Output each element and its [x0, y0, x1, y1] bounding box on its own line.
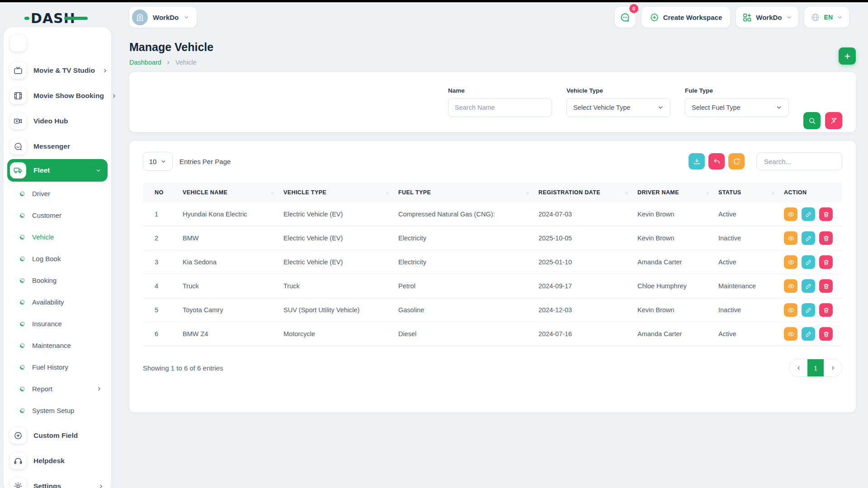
sidebar-item-customer[interactable]: Customer: [4, 204, 111, 226]
sidebar-item-system-setup[interactable]: System Setup: [4, 399, 111, 421]
pencil-icon: [805, 235, 812, 242]
name-search-input[interactable]: [448, 98, 552, 117]
add-vehicle-button[interactable]: [839, 47, 856, 65]
chevron-right-icon: [102, 68, 108, 74]
sidebar-item-report[interactable]: Report: [4, 378, 111, 399]
column-header-registration-date[interactable]: REGISTRATION DATE↑↓: [538, 189, 637, 196]
undo-icon: [713, 158, 721, 165]
edit-button[interactable]: [802, 255, 815, 269]
workspace-avatar: [132, 9, 148, 25]
dash-logo: DASH: [31, 10, 99, 26]
sidebar-item-driver[interactable]: Driver: [4, 183, 111, 204]
table-search-input[interactable]: [756, 152, 842, 170]
topbar: DASH WorkDo 0 Create Workspace WorkDo: [0, 2, 868, 32]
video-camera-icon: [14, 117, 23, 126]
view-button[interactable]: [784, 303, 797, 317]
search-icon: [808, 117, 816, 125]
sidebar-item-movie-tv-studio[interactable]: Movie & TV Studio: [4, 58, 111, 83]
row-actions: [784, 303, 842, 317]
delete-button[interactable]: [819, 255, 833, 269]
row-status: Active: [718, 330, 784, 338]
sidebar-item-helpdesk[interactable]: Helpdesk: [4, 448, 111, 474]
row-vehicle-name: Toyota Camry: [183, 306, 283, 314]
create-workspace-label: Create Workspace: [663, 14, 722, 21]
row-no: 6: [155, 330, 183, 338]
sidebar-item-log-book[interactable]: Log Book: [4, 248, 111, 269]
language-selector[interactable]: EN: [804, 7, 849, 28]
column-header-status[interactable]: STATUS↑↓: [718, 189, 784, 196]
apply-filter-button[interactable]: [803, 112, 821, 129]
trash-icon: [823, 331, 830, 338]
current-page[interactable]: 1: [807, 359, 824, 377]
edit-button[interactable]: [802, 303, 815, 317]
workspace-selector[interactable]: WorkDo: [129, 7, 197, 28]
sidebar-item-custom-field[interactable]: Custom Field: [4, 423, 111, 448]
logo-dash-accent: [24, 17, 29, 20]
workspace-name: WorkDo: [153, 14, 179, 21]
create-workspace-button[interactable]: Create Workspace: [642, 7, 731, 28]
app-screen: DASH WorkDo 0 Create Workspace WorkDo: [0, 0, 868, 488]
sidebar-item-fleet[interactable]: Fleet: [7, 159, 108, 182]
clear-filter-button[interactable]: [825, 112, 842, 129]
delete-button[interactable]: [819, 207, 833, 221]
plus-icon: [844, 52, 851, 60]
export-button[interactable]: [689, 153, 705, 169]
column-header-vehicle-name[interactable]: VEHICLE NAME↑↓: [183, 189, 283, 196]
column-header-vehicle-type[interactable]: VEHICLE TYPE↑↓: [283, 189, 398, 196]
delete-button[interactable]: [819, 279, 833, 293]
chevron-down-icon: [657, 104, 664, 111]
gear-icon: [14, 482, 23, 488]
delete-button[interactable]: [819, 327, 833, 341]
sidebar-item-messenger[interactable]: Messenger: [4, 134, 111, 159]
delete-button[interactable]: [819, 231, 833, 245]
sidebar-item-maintenance[interactable]: Maintenance: [4, 334, 111, 356]
table-toolbar: [689, 152, 842, 170]
undo-button[interactable]: [708, 153, 725, 169]
view-button[interactable]: [784, 279, 797, 293]
building-icon: [136, 13, 144, 22]
view-button[interactable]: [784, 327, 797, 341]
next-page-button[interactable]: [824, 359, 842, 377]
pencil-icon: [805, 307, 812, 314]
edit-button[interactable]: [802, 207, 815, 221]
chevron-down-icon: [160, 159, 166, 164]
view-button[interactable]: [784, 207, 797, 221]
sidebar: Movie & TV Studio Movie Show Booking Vid…: [4, 27, 111, 488]
eye-icon: [788, 235, 794, 242]
row-driver-name: Kevin Brown: [637, 235, 718, 242]
trash-icon: [823, 283, 830, 290]
filter-name-group: Name: [448, 87, 552, 117]
edit-button[interactable]: [802, 279, 815, 293]
row-vehicle-type: SUV (Sport Utility Vehicle): [283, 306, 398, 314]
edit-button[interactable]: [802, 231, 815, 245]
fuel-type-select[interactable]: Select Fuel Type: [685, 98, 789, 117]
view-button[interactable]: [784, 255, 797, 269]
sidebar-item-vehicle[interactable]: Vehicle: [4, 226, 111, 248]
sidebar-item-settings[interactable]: Settings: [4, 474, 111, 488]
sidebar-item-movie-show-booking[interactable]: Movie Show Booking: [4, 83, 111, 108]
vehicle-type-select[interactable]: Select Vehicle Type: [566, 98, 670, 117]
sidebar-item-video-hub[interactable]: Video Hub: [4, 108, 111, 134]
sort-icon: ↑↓: [771, 190, 774, 195]
previous-page-button[interactable]: [789, 359, 807, 377]
delete-button[interactable]: [819, 303, 833, 317]
app-switcher[interactable]: WorkDo: [736, 7, 798, 28]
sidebar-item-insurance[interactable]: Insurance: [4, 313, 111, 334]
eye-icon: [788, 211, 794, 218]
row-vehicle-name: BMW: [183, 235, 283, 242]
sidebar-item-booking[interactable]: Booking: [4, 269, 111, 291]
breadcrumb-dashboard-link[interactable]: Dashboard: [129, 59, 161, 66]
row-no: 5: [155, 306, 183, 314]
column-header-fuel-type[interactable]: FUEL TYPE↑↓: [398, 189, 538, 196]
column-header-driver-name[interactable]: DRIVER NAME↑↓: [637, 189, 718, 196]
refresh-button[interactable]: [728, 153, 745, 169]
sidebar-item-fuel-history[interactable]: Fuel History: [4, 356, 111, 378]
bullet-icon: [20, 256, 25, 261]
sidebar-item-availability[interactable]: Availability: [4, 291, 111, 313]
entries-per-page-select[interactable]: 10: [143, 152, 173, 171]
eye-icon: [788, 307, 794, 314]
view-button[interactable]: [784, 231, 797, 245]
edit-button[interactable]: [802, 327, 815, 341]
messages-button[interactable]: 0: [615, 7, 636, 28]
topbar-actions: 0 Create Workspace WorkDo EN: [615, 7, 849, 28]
